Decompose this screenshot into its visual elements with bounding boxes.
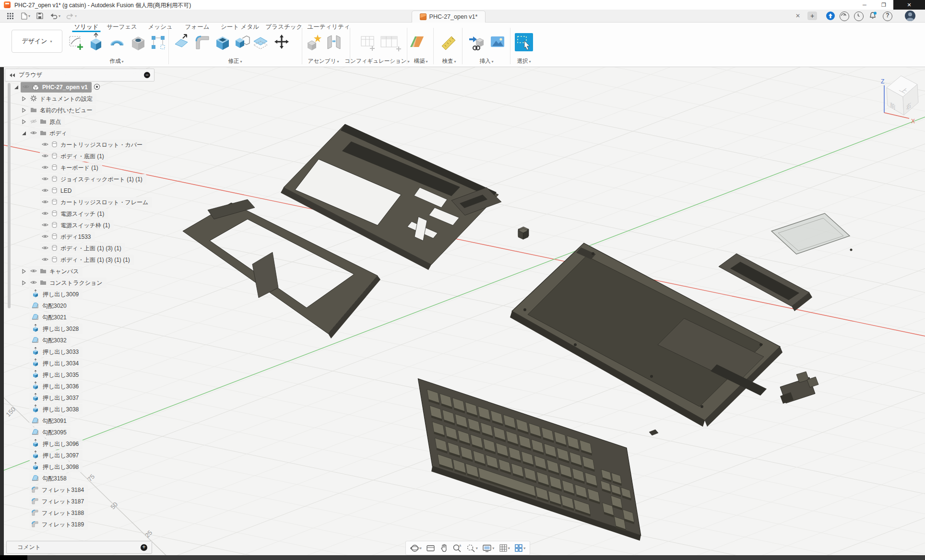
joint-icon[interactable] — [326, 31, 342, 54]
ribbon-group-label[interactable]: 構築▾ — [414, 58, 427, 65]
move-icon[interactable] — [273, 31, 290, 54]
feature-row[interactable]: 勾配3020 — [29, 301, 71, 311]
eye-icon[interactable] — [30, 130, 37, 137]
eye-icon[interactable] — [42, 199, 48, 206]
construction-plane-icon[interactable] — [409, 31, 425, 54]
browser-folder-row[interactable]: ドキュメントの設定 — [21, 93, 96, 104]
avatar[interactable] — [905, 11, 915, 21]
create-sketch-icon[interactable] — [68, 31, 84, 54]
file-menu-icon[interactable]: ▾ — [21, 11, 30, 21]
eye-icon[interactable] — [42, 233, 48, 241]
hole-icon[interactable] — [130, 31, 146, 54]
browser-folder-row[interactable]: コンストラクション — [21, 278, 107, 288]
browser-body-row[interactable]: ボディ1533 — [40, 232, 95, 242]
zoom-window-icon[interactable]: ▾ — [466, 544, 478, 553]
eye-icon[interactable] — [42, 257, 48, 264]
eye-icon[interactable] — [42, 222, 48, 229]
collapse-icon[interactable] — [21, 96, 27, 101]
feature-row[interactable]: 押し出し3009 — [29, 289, 83, 300]
part-small-part[interactable] — [649, 430, 658, 435]
feature-row[interactable]: 押し出し3036 — [29, 381, 83, 392]
browser-panel-header[interactable]: ブラウザ − — [5, 69, 154, 82]
eye-icon[interactable] — [42, 141, 48, 149]
minimize-button[interactable]: ─ — [855, 0, 874, 10]
eye-icon[interactable] — [30, 280, 37, 287]
select-icon[interactable] — [515, 31, 533, 54]
job-status-icon[interactable] — [840, 12, 849, 21]
new-document-tab-button[interactable]: + — [807, 12, 817, 20]
add-comment-icon[interactable]: + — [141, 544, 147, 551]
feature-row[interactable]: フィレット3187 — [29, 496, 88, 507]
close-document-tab-icon[interactable]: ✕ — [795, 11, 800, 21]
feature-row[interactable]: 勾配3158 — [29, 473, 71, 484]
revolve-icon[interactable] — [109, 31, 125, 54]
eye-icon[interactable] — [23, 84, 29, 91]
collapse-icon[interactable] — [21, 280, 27, 285]
feature-row[interactable]: 勾配3032 — [29, 335, 71, 346]
browser-body-row[interactable]: ジョイスティックポート (1) (1) — [40, 174, 146, 185]
browser-body-row[interactable]: キーボード (1) — [40, 163, 102, 173]
ribbon-tab-4[interactable]: シート メタル — [221, 23, 259, 31]
eye-icon[interactable] — [30, 268, 37, 275]
ribbon-group-label[interactable]: 挿入▾ — [479, 58, 493, 65]
feature-row[interactable]: 押し出し3035 — [29, 370, 83, 380]
feature-row[interactable]: 押し出し3028 — [29, 324, 83, 334]
version-history-icon[interactable] — [854, 12, 864, 21]
feature-row[interactable]: フィレット3184 — [29, 485, 88, 495]
configuration-table-icon[interactable] — [359, 31, 376, 54]
feature-row[interactable]: フィレット3188 — [29, 508, 88, 518]
extrude-icon[interactable] — [88, 31, 104, 54]
collapse-panel-icon[interactable] — [9, 73, 16, 78]
fillet-icon[interactable] — [194, 31, 211, 54]
ribbon-group-label[interactable]: 修正▾ — [228, 58, 242, 65]
remove-panel-icon[interactable]: − — [144, 72, 150, 78]
redo-icon[interactable]: ▾ — [66, 11, 77, 21]
part-connector-block[interactable] — [780, 372, 818, 404]
eye-icon[interactable] — [42, 153, 48, 160]
browser-root-row[interactable]: PHC-27_open v1 — [13, 82, 100, 93]
orbit-icon[interactable]: ▾ — [410, 544, 422, 553]
look-at-icon[interactable] — [426, 544, 435, 552]
activate-radio-icon[interactable] — [94, 83, 100, 92]
ribbon-tab-0[interactable]: ソリッド — [74, 23, 98, 31]
ribbon-group-label[interactable]: 作成▾ — [109, 58, 123, 65]
browser-body-row[interactable]: ボディ・底面 (1) — [40, 151, 108, 162]
insert-derive-icon[interactable] — [468, 31, 485, 54]
browser-body-row[interactable]: カートリッジスロット・カバー — [40, 140, 146, 150]
eye-icon[interactable] — [42, 187, 48, 195]
eye-icon[interactable] — [42, 210, 48, 218]
undo-icon[interactable]: ▾ — [50, 11, 60, 21]
ribbon-tab-5[interactable]: プラスチック — [266, 23, 303, 31]
feature-row[interactable]: 勾配3021 — [29, 312, 71, 323]
browser-body-row[interactable]: LED — [40, 186, 75, 196]
feature-row[interactable]: 勾配3091 — [29, 416, 71, 426]
app-grid-menu-icon[interactable] — [7, 11, 13, 21]
feature-row[interactable]: 押し出し3034 — [29, 358, 83, 369]
browser-folder-row[interactable]: 名前の付いたビュー — [21, 105, 96, 116]
measure-icon[interactable] — [440, 31, 457, 54]
eye-icon[interactable] — [42, 176, 48, 183]
new-component-icon[interactable] — [306, 31, 322, 54]
part-cartridge-slot-bar[interactable] — [719, 254, 812, 311]
feature-row[interactable]: 押し出し3037 — [29, 393, 83, 403]
comment-bar[interactable]: コメント + — [6, 541, 152, 554]
ribbon-group-label[interactable]: コンフィギュレーション▾ — [344, 58, 409, 65]
part-power-switch-cube-2[interactable] — [518, 228, 528, 239]
press-pull-icon[interactable] — [173, 31, 190, 54]
feature-row[interactable]: フィレット3189 — [29, 519, 88, 530]
zoom-icon[interactable]: ± — [452, 544, 462, 553]
feature-row[interactable]: 押し出し3033 — [29, 347, 83, 357]
browser-body-row[interactable]: 電源スイッチ (1) — [40, 209, 108, 219]
ribbon-tab-6[interactable]: ユーティリティ — [307, 23, 350, 31]
browser-body-row[interactable]: ボディ・上面 (1) (3) (1) (1) — [40, 255, 134, 265]
browser-folder-row[interactable]: ボディ — [21, 128, 71, 139]
insert-image-icon[interactable] — [489, 31, 506, 54]
pattern-icon[interactable] — [150, 31, 166, 54]
ribbon-group-label[interactable]: アセンブリ▾ — [308, 58, 339, 65]
feature-row[interactable]: 勾配3095 — [29, 427, 71, 438]
browser-folder-row[interactable]: キャンバス — [21, 266, 83, 277]
collapse-icon[interactable] — [21, 269, 27, 274]
document-tab[interactable]: PHC-27_open v1* — [412, 11, 486, 23]
combine-icon[interactable] — [234, 31, 250, 54]
ribbon-group-label[interactable]: 検査▾ — [442, 58, 456, 65]
